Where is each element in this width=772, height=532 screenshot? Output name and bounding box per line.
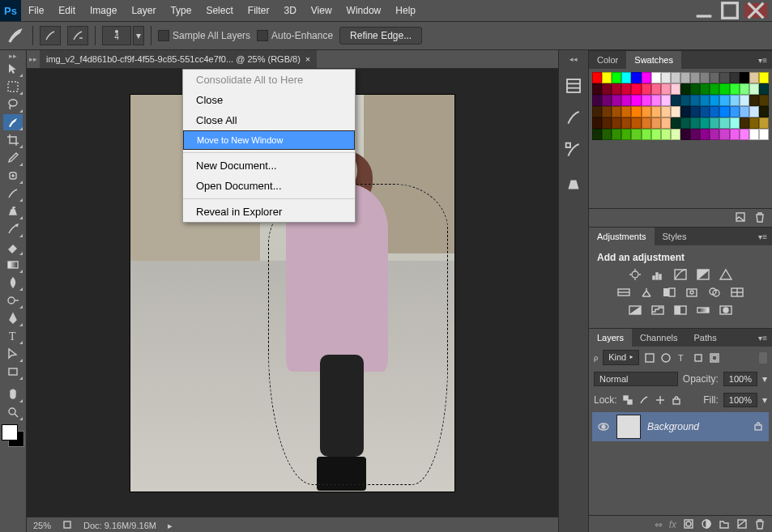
menu-help[interactable]: Help bbox=[388, 5, 423, 16]
swatch[interactable] bbox=[710, 72, 719, 83]
styles-tab[interactable]: Styles bbox=[655, 228, 695, 245]
swatch[interactable] bbox=[642, 95, 651, 106]
swatch[interactable] bbox=[719, 95, 729, 106]
swatch[interactable] bbox=[680, 95, 690, 106]
channel-mixer-icon[interactable] bbox=[707, 286, 722, 299]
hue-saturation-icon[interactable] bbox=[616, 286, 631, 299]
levels-icon[interactable] bbox=[650, 268, 665, 281]
selective-color-icon[interactable] bbox=[719, 304, 733, 317]
clone-source-panel-icon[interactable] bbox=[564, 173, 583, 193]
gradient-map-icon[interactable] bbox=[696, 304, 710, 317]
swatch[interactable] bbox=[621, 95, 631, 106]
swatch[interactable] bbox=[759, 83, 769, 95]
blend-mode-select[interactable]: Normal bbox=[594, 372, 678, 386]
swatch[interactable] bbox=[631, 106, 641, 117]
dock-expand[interactable]: ◂◂ bbox=[569, 55, 578, 63]
swatch[interactable] bbox=[690, 117, 700, 129]
lock-pixels-icon[interactable] bbox=[638, 394, 650, 406]
swatch[interactable] bbox=[612, 83, 621, 95]
lasso-tool[interactable] bbox=[3, 96, 23, 113]
ctx-reveal-in-explorer[interactable]: Reveal in Explorer bbox=[183, 202, 355, 222]
new-swatch-icon[interactable] bbox=[735, 211, 746, 225]
minimize-button[interactable] bbox=[693, 3, 715, 18]
swatch[interactable] bbox=[740, 129, 749, 140]
swatch[interactable] bbox=[671, 72, 680, 83]
menu-file[interactable]: File bbox=[21, 5, 51, 16]
layer-thumbnail[interactable] bbox=[616, 415, 641, 439]
swatch[interactable] bbox=[612, 106, 621, 117]
eyedropper-tool[interactable] bbox=[3, 150, 23, 166]
menu-edit[interactable]: Edit bbox=[51, 5, 83, 16]
swatch[interactable] bbox=[719, 72, 729, 83]
swatch[interactable] bbox=[651, 72, 661, 83]
ctx-close-all[interactable]: Close All bbox=[183, 110, 355, 130]
swatch[interactable] bbox=[749, 106, 759, 117]
black-white-icon[interactable] bbox=[662, 286, 676, 299]
brightness-contrast-icon[interactable] bbox=[628, 268, 642, 281]
delete-swatch-icon[interactable] bbox=[754, 211, 766, 225]
move-tool[interactable] bbox=[3, 61, 23, 77]
close-window-button[interactable] bbox=[744, 3, 767, 18]
menu-image[interactable]: Image bbox=[83, 5, 124, 16]
swatch[interactable] bbox=[661, 117, 671, 129]
brush-mode-subtract[interactable] bbox=[67, 26, 88, 45]
menu-select[interactable]: Select bbox=[198, 5, 240, 16]
swatch[interactable] bbox=[700, 83, 710, 95]
layer-name[interactable]: Background bbox=[647, 421, 699, 432]
current-tool-icon[interactable] bbox=[5, 27, 26, 45]
swatch[interactable] bbox=[680, 129, 690, 140]
swatches-tab[interactable]: Swatches bbox=[626, 51, 681, 69]
swatch[interactable] bbox=[749, 95, 759, 106]
swatch[interactable] bbox=[592, 83, 602, 95]
swatch[interactable] bbox=[592, 95, 602, 106]
status-popup-icon[interactable] bbox=[62, 520, 72, 531]
swatch[interactable] bbox=[710, 129, 719, 140]
color-balance-icon[interactable] bbox=[639, 286, 654, 299]
document-tab-close-icon[interactable]: × bbox=[305, 54, 310, 64]
pen-tool[interactable] bbox=[3, 310, 23, 326]
dodge-tool[interactable] bbox=[3, 292, 23, 309]
posterize-icon[interactable] bbox=[650, 304, 665, 317]
brush-mode-add[interactable] bbox=[40, 26, 61, 45]
filter-pixel-icon[interactable] bbox=[644, 352, 655, 364]
lock-position-icon[interactable] bbox=[655, 394, 666, 406]
swatch[interactable] bbox=[621, 72, 631, 83]
swatch[interactable] bbox=[671, 106, 680, 117]
swatch[interactable] bbox=[690, 129, 700, 140]
swatch[interactable] bbox=[651, 106, 661, 117]
swatch[interactable] bbox=[730, 129, 740, 140]
swatch[interactable] bbox=[631, 72, 641, 83]
ctx-open-document[interactable]: Open Document... bbox=[183, 176, 355, 196]
marquee-tool[interactable] bbox=[3, 79, 23, 95]
auto-enhance-checkbox[interactable]: Auto-Enhance bbox=[257, 30, 333, 41]
maximize-button[interactable] bbox=[719, 3, 741, 18]
swatch[interactable] bbox=[651, 95, 661, 106]
channels-tab[interactable]: Channels bbox=[632, 329, 685, 347]
swatch[interactable] bbox=[680, 72, 690, 83]
new-group-icon[interactable] bbox=[719, 518, 730, 532]
filter-shape-icon[interactable] bbox=[693, 352, 704, 364]
canvas-stage[interactable]: Consolidate All to Here Close Close All … bbox=[27, 69, 558, 517]
exposure-icon[interactable] bbox=[696, 268, 710, 281]
brush-presets-panel-icon[interactable] bbox=[564, 141, 583, 160]
swatch[interactable] bbox=[740, 106, 749, 117]
swatch[interactable] bbox=[602, 117, 612, 129]
swatch[interactable] bbox=[759, 72, 769, 83]
color-panel-menu-icon[interactable]: ▾≡ bbox=[753, 56, 772, 65]
swatch[interactable] bbox=[671, 129, 680, 140]
swatch[interactable] bbox=[642, 72, 651, 83]
menu-window[interactable]: Window bbox=[339, 5, 389, 16]
eraser-tool[interactable] bbox=[3, 239, 23, 255]
swatch[interactable] bbox=[730, 83, 740, 95]
quick-selection-tool[interactable] bbox=[3, 114, 23, 130]
swatch[interactable] bbox=[680, 106, 690, 117]
menu-filter[interactable]: Filter bbox=[241, 5, 277, 16]
swatch[interactable] bbox=[661, 129, 671, 140]
swatch[interactable] bbox=[749, 129, 759, 140]
swatch[interactable] bbox=[642, 117, 651, 129]
swatch[interactable] bbox=[700, 117, 710, 129]
swatch[interactable] bbox=[730, 117, 740, 129]
foreground-background-swatch[interactable] bbox=[2, 424, 24, 447]
swatch[interactable] bbox=[661, 83, 671, 95]
swatch[interactable] bbox=[631, 83, 641, 95]
